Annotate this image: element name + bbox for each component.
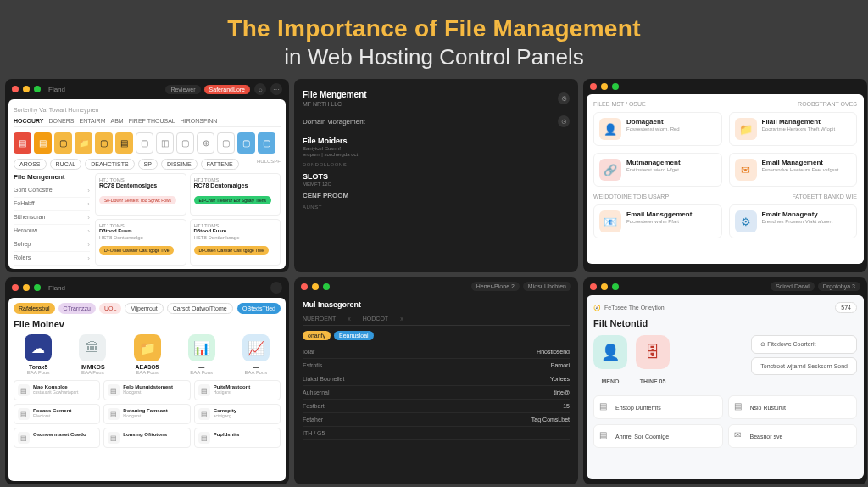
maximize-icon[interactable] xyxy=(34,86,41,92)
list-card[interactable]: ▤Oscnow maset Cuedo xyxy=(14,428,100,448)
list-card[interactable]: ▤PuiteMrastoontHocigarst xyxy=(194,380,281,400)
sidebar-item[interactable]: Rolers› xyxy=(14,252,90,266)
category-card[interactable]: 🔗MutmanagementFretiosterst wiero Hfget xyxy=(593,153,722,187)
list-card[interactable]: ▤Fooans ComentFilectorst xyxy=(14,404,100,424)
tool-icon[interactable]: ▢ xyxy=(217,132,235,154)
list-row[interactable]: Domain vloragement ⊙ xyxy=(303,111,570,132)
tab-item[interactable]: HOCOURY xyxy=(14,118,44,124)
tool-icon[interactable]: 📁 xyxy=(75,132,92,154)
tab-item[interactable]: FIREF THOUSAL xyxy=(129,118,175,124)
filter-chip[interactable]: SP xyxy=(138,159,158,170)
tab-item[interactable]: HIRONSFINN xyxy=(181,118,218,124)
tab-item[interactable]: ABM xyxy=(110,118,123,124)
storage-card[interactable]: 🏛IMMKOSEAA Fous xyxy=(68,334,117,375)
list-card[interactable]: ▤Lonsing Ofitotons xyxy=(103,428,190,448)
more-icon[interactable]: ⋯ xyxy=(270,282,282,294)
doc-icon: ▤ xyxy=(18,432,30,444)
tool-icon[interactable]: ▤ xyxy=(14,132,31,154)
sidebar-item[interactable]: Sohep› xyxy=(14,238,90,252)
filter-row: AROSS RUCAL DEAHCTISTS SP DISSIME FATTEN… xyxy=(14,159,281,170)
category-card[interactable]: 📁Fliail ManagementDoorartme Hertexrs The… xyxy=(729,112,858,146)
filter-chip[interactable]: FATTENE xyxy=(201,159,239,170)
action-card[interactable]: 👤MENO xyxy=(593,335,627,387)
side-btn[interactable]: ⊙ Fitedowe Coorterit xyxy=(751,335,857,354)
sidebar-item[interactable]: Sithensoran› xyxy=(14,211,90,225)
info-card[interactable]: HTJ TOMS RC78 Dentomosiges Se-Downr Sest… xyxy=(95,173,186,216)
list-card[interactable]: ▤Comepityactvigwrg xyxy=(194,404,281,424)
info-card[interactable]: HTJ TOMS D3tood Eusm HST8 Dentloncalge D… xyxy=(95,219,186,266)
storage-card[interactable]: 📊—EAA Fous xyxy=(177,334,226,375)
list-card[interactable]: ▤Mao Kousplcecustauarit Gowhartopart xyxy=(14,380,100,400)
grid-item[interactable]: ▤Nslo Rusturut xyxy=(728,395,858,419)
grid-item[interactable]: ▤Enstop Duntemfs xyxy=(593,395,723,419)
nav-btn[interactable]: Drgotobya 3 xyxy=(818,282,860,291)
tab[interactable]: HODCOT xyxy=(363,316,388,322)
settings-icon[interactable]: ⚙ xyxy=(558,92,570,104)
tool-icon[interactable]: ▤ xyxy=(115,132,133,154)
tool-icon[interactable]: ⊕ xyxy=(197,132,214,154)
filter-chip[interactable]: DISSIME xyxy=(161,159,198,170)
action-btn[interactable]: onanfy xyxy=(303,331,331,340)
category-card[interactable]: 👤DomagaentFossestenst wiorn. Red xyxy=(593,112,722,146)
tool-icon[interactable]: ▢ xyxy=(54,132,72,154)
nav-button-1[interactable]: Reviewer xyxy=(165,85,200,94)
sidebar-item[interactable]: Heroouw› xyxy=(14,225,90,238)
panel-actions-light: Scired Darwl Drgotobya 3 🧭FeTosee The Or… xyxy=(583,277,867,484)
tool-icon[interactable]: ▢ xyxy=(237,132,255,154)
search-icon[interactable]: ⌕ xyxy=(254,83,266,95)
tab-item[interactable]: ENTAIRM xyxy=(79,118,105,124)
filter-chip[interactable]: RUCAL xyxy=(50,159,82,170)
list-card[interactable]: ▤Pupldsnits xyxy=(194,428,281,448)
tab-close[interactable]: x xyxy=(400,316,403,322)
filter-chip[interactable]: DEAHCTISTS xyxy=(85,159,134,170)
window-bar: Fland Reviewer SaferandLore ⌕ ⋯ xyxy=(5,79,289,99)
nav-btn[interactable]: Hener-Pione 2 xyxy=(471,282,520,291)
category-card[interactable]: ⚙Emair ManagentyDrendhes Prosesn Viakt a… xyxy=(729,204,858,238)
panel-title: Mul Inasegorent xyxy=(303,300,570,309)
nav-button-2[interactable]: SaferandLore xyxy=(204,85,250,94)
chip[interactable]: Rafalessbul xyxy=(14,303,55,314)
storage-card[interactable]: 📈—EAA Fous xyxy=(231,334,281,375)
action-card[interactable]: 🗄THINE.05 xyxy=(636,335,670,387)
tab-close[interactable]: x xyxy=(348,316,351,322)
storage-card[interactable]: ☁Torax5EAA Fous xyxy=(14,334,63,375)
tab-row: HOCOURY DONERS ENTAIRM ABM FIREF THOUSAL… xyxy=(14,115,281,127)
info-card[interactable]: HTJ TOMS D3tood Eusm HST8 Dentlonkaage D… xyxy=(190,219,281,266)
minimize-icon[interactable] xyxy=(23,86,30,92)
tool-icon[interactable]: ▢ xyxy=(95,132,113,154)
nav-btn[interactable]: Miosr Uhchten xyxy=(523,282,571,291)
chip-action[interactable]: OBtedsTtled xyxy=(237,303,281,314)
tool-icon[interactable]: ▤ xyxy=(34,132,52,154)
maximize-icon[interactable] xyxy=(34,284,41,291)
sidebar-item[interactable]: FoHabff› xyxy=(14,198,90,211)
menu-icon[interactable]: ⋯ xyxy=(270,83,282,95)
nav-btn[interactable]: Scired Darwl xyxy=(771,282,815,291)
info-card[interactable]: HTJ TOMS RC78 Dentomaiges Ed-Chstr Trese… xyxy=(190,173,281,216)
side-btn[interactable]: Tonctroot wjtarnd Sesksorn Sond xyxy=(751,357,857,375)
chip[interactable]: UOL xyxy=(99,303,121,314)
storage-card[interactable]: 📁AEA3O5EAA Fous xyxy=(122,334,171,375)
tab-item[interactable]: DONERS xyxy=(49,118,75,124)
section-cenf[interactable]: CENF PROOM xyxy=(303,192,570,199)
grid-item[interactable]: ▤Annrel Sor Coomige xyxy=(593,424,723,448)
chip[interactable]: CTrarnzzu xyxy=(58,303,96,314)
action-btn[interactable]: Eeanusloai xyxy=(334,331,374,340)
tool-icon[interactable]: ▢ xyxy=(136,132,153,154)
tool-icon[interactable]: ◫ xyxy=(156,132,174,154)
category-card[interactable]: ✉Email ManagementFsnerandve Hseteurs Fee… xyxy=(729,153,858,187)
close-icon[interactable] xyxy=(12,86,19,92)
filter-chip[interactable]: AROSS xyxy=(14,159,47,170)
tool-icon[interactable]: ▢ xyxy=(176,132,194,154)
tool-icon[interactable]: ▢ xyxy=(258,132,275,154)
list-card[interactable]: ▤Dotaning FamsantHocigarst xyxy=(103,404,190,424)
grid-item[interactable]: ✉Beasnor sve xyxy=(728,424,858,448)
chip[interactable]: Carsct OatwolTtome xyxy=(167,303,233,314)
minimize-icon[interactable] xyxy=(23,284,30,291)
section-slots[interactable]: SLOTS MEMFT 12C xyxy=(303,172,570,187)
chip[interactable]: Vijpenrout xyxy=(125,303,163,314)
list-card[interactable]: ▤Felo MungidstomentHocigarst xyxy=(103,380,190,400)
category-card[interactable]: 📧Email MansggementFocsesterer wahn Pfart xyxy=(593,204,722,238)
tab[interactable]: NUEROENT xyxy=(303,316,336,322)
sidebar-item[interactable]: Gont Conostre› xyxy=(14,184,90,198)
close-icon[interactable] xyxy=(12,284,19,291)
